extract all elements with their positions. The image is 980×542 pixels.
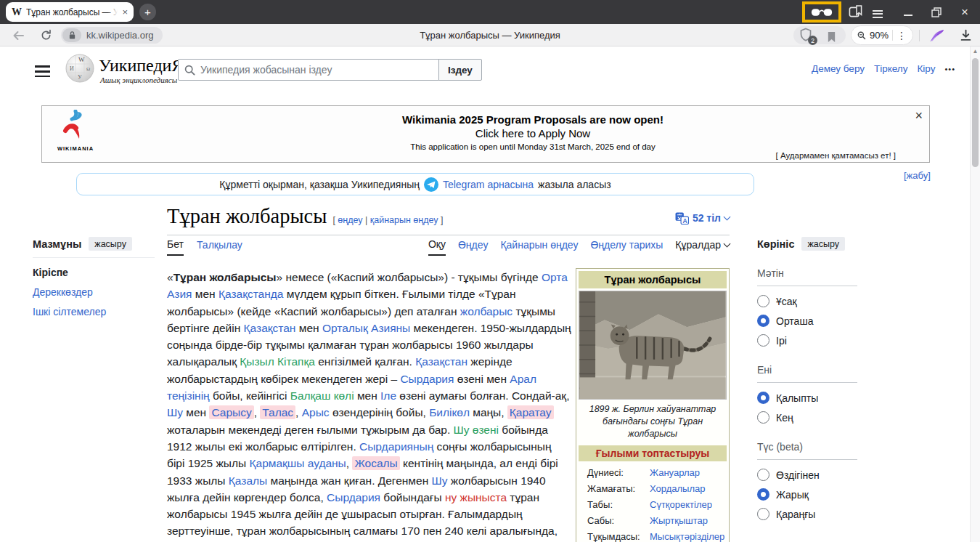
minimize-button[interactable] — [899, 0, 918, 24]
radio-icon[interactable] — [757, 295, 769, 307]
body-link[interactable]: жолбарыс — [460, 305, 513, 317]
tab-groups-button[interactable] — [845, 0, 865, 24]
body-link[interactable]: ну жыныста — [445, 491, 507, 503]
bookmark-button[interactable] — [823, 25, 839, 48]
radio-checked-icon[interactable] — [757, 392, 769, 404]
body-link[interactable]: Қазақстан — [415, 355, 467, 368]
body-link[interactable]: Шу өзені — [454, 424, 499, 436]
taxobox-row-value[interactable]: Жыртқыштар — [650, 513, 708, 529]
search-box[interactable] — [178, 59, 439, 81]
edit-link[interactable]: өңдеу — [338, 215, 362, 225]
body-link[interactable]: Сырдария — [400, 373, 454, 385]
body-link[interactable]: Қазалы — [229, 474, 267, 487]
toc-item[interactable]: Ішкі сілтемелер — [33, 306, 155, 317]
language-selector-button[interactable]: A 52 тіл — [675, 212, 730, 225]
radio-icon[interactable] — [757, 508, 769, 520]
page-tab[interactable]: Талқылау — [197, 238, 242, 256]
radio-option[interactable]: Ірі — [757, 334, 857, 347]
body-link[interactable]: Іле — [380, 389, 396, 402]
body-link[interactable]: Шу — [432, 474, 448, 487]
body-link[interactable]: Қаратау — [507, 405, 554, 419]
highlighter-pen-button[interactable] — [926, 24, 947, 46]
site-wordmark[interactable]: УикипедиЯ — [99, 56, 183, 76]
body-link[interactable]: Қазақстанда — [219, 288, 284, 300]
body-link[interactable]: Қармақшы ауданы — [249, 457, 346, 469]
body-link[interactable]: Арыс — [302, 406, 330, 418]
search-button[interactable]: Іздеу — [438, 59, 482, 81]
body-link[interactable]: Жосалы — [352, 456, 399, 470]
toc-hide-button[interactable]: жасыру — [89, 237, 132, 251]
edit-source-link[interactable]: қайнарын өңдеу — [370, 215, 438, 225]
taxobox-row-value[interactable]: Жануарлар — [650, 465, 700, 481]
radio-icon[interactable] — [757, 469, 769, 481]
radio-option[interactable]: Ұсақ — [757, 295, 857, 307]
body-link[interactable]: Қазақстан — [244, 322, 296, 334]
restore-window-button[interactable] — [927, 0, 946, 24]
radio-option[interactable]: Орташа — [757, 315, 857, 327]
toc-item[interactable]: Кіріспе — [33, 267, 155, 278]
taxobox-row-value[interactable]: Хордалылар — [650, 481, 705, 497]
main-menu-button[interactable] — [35, 62, 50, 81]
body-link[interactable]: Сырдарияның — [359, 440, 433, 453]
image-caption: 1899 ж. Берлин хайуанаттар бағындағы соң… — [579, 400, 727, 445]
banner-headline[interactable]: Wikimania 2025 Program Proposals are now… — [158, 113, 907, 126]
page-scrollbar[interactable]: ▲ — [970, 46, 980, 542]
body-link[interactable]: Қызыл Кітапқа — [240, 355, 315, 368]
appearance-hide-button[interactable]: жасыру — [801, 237, 845, 251]
back-button[interactable] — [7, 24, 29, 46]
page-tab[interactable]: Оқу — [428, 238, 446, 256]
page-tab[interactable]: Құралдар — [675, 238, 730, 256]
radio-option[interactable]: Өздігінен — [757, 469, 857, 481]
banner-close-icon[interactable]: × — [915, 108, 923, 124]
taxobox-row-value[interactable]: Мысықтәрізділер — [650, 529, 724, 542]
radio-checked-icon[interactable] — [757, 315, 769, 327]
body-link[interactable]: Талас — [260, 405, 295, 419]
telegram-channel-link[interactable]: Telegram арнасына — [443, 179, 534, 190]
radio-icon[interactable] — [757, 411, 769, 424]
page-tab[interactable]: Қайнарын өңдеу — [500, 238, 578, 256]
scrollbar-thumb[interactable] — [972, 58, 979, 167]
new-tab-button[interactable]: + — [139, 4, 156, 20]
browser-tab[interactable]: W Тұран жолбарысы — У × — [6, 2, 134, 22]
tiger-photo-image[interactable] — [579, 291, 727, 400]
toc-item[interactable]: Дереккөздер — [33, 286, 155, 298]
search-input[interactable] — [200, 64, 433, 76]
reload-button[interactable] — [35, 24, 57, 46]
banner-apply-link[interactable]: Click here to Apply Now — [158, 127, 907, 139]
radio-icon[interactable] — [757, 334, 769, 347]
body-link[interactable]: Балқаш көлі — [290, 389, 354, 402]
page-tab[interactable]: Өңдеу — [458, 238, 488, 256]
tab-close-icon[interactable]: × — [122, 7, 128, 17]
radio-option[interactable]: Қараңғы — [757, 508, 857, 520]
body-link[interactable]: Сарысу — [209, 405, 253, 419]
taxobox-row-value[interactable]: Сүтқоректілер — [650, 497, 712, 513]
radio-option[interactable]: Жарық — [757, 488, 857, 501]
more-options-icon[interactable]: ⋮ — [897, 30, 907, 41]
radio-option[interactable]: Қалыпты — [757, 392, 857, 404]
body-link[interactable]: Шу — [167, 406, 183, 418]
protect-extension-button[interactable]: 2 — [799, 28, 815, 44]
zoom-control[interactable]: 90% ⋮ — [851, 25, 913, 45]
body-link[interactable]: Сырдария — [327, 491, 380, 503]
more-menu-icon[interactable]: ••• — [944, 65, 955, 73]
browser-menu-button[interactable] — [873, 0, 891, 24]
page-tab[interactable]: Өңделу тарихы — [590, 238, 663, 256]
close-window-button[interactable]: × — [955, 0, 974, 24]
header-link[interactable]: Кіру — [917, 63, 935, 74]
radio-checked-icon[interactable] — [757, 488, 769, 501]
page-tab[interactable]: Бет — [167, 238, 184, 256]
banner-translate-link[interactable]: [ Аудармамен қамтамасыз ет! ] — [776, 151, 896, 160]
address-bar[interactable]: kk.wikipedia.org — [61, 27, 163, 44]
ssl-lock-chip[interactable] — [62, 28, 81, 42]
header-link[interactable]: Демеу беру — [812, 63, 865, 74]
close-sitenotice-link[interactable]: [жабу] — [904, 170, 931, 181]
body-link[interactable]: Орталық Азияны — [322, 322, 410, 334]
radio-option[interactable]: Кең — [757, 411, 857, 424]
wikipedia-globe-logo[interactable]: W И Ω У — [65, 54, 94, 86]
incognito-glasses-button[interactable] — [802, 1, 841, 23]
radio-label: Ірі — [776, 335, 787, 347]
header-link[interactable]: Тіркелу — [874, 63, 908, 74]
scroll-up-arrow[interactable]: ▲ — [971, 48, 980, 54]
body-link[interactable]: Билікөл — [429, 406, 470, 418]
downloads-button[interactable] — [955, 24, 976, 46]
